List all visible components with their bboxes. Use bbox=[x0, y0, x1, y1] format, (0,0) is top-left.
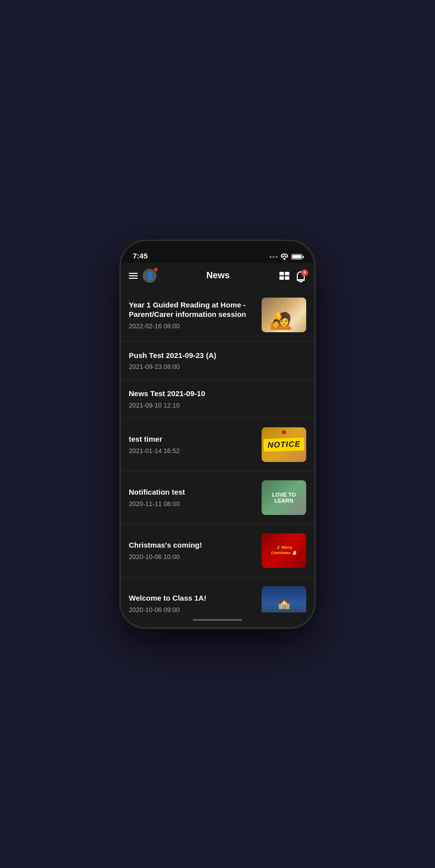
news-item-6[interactable]: Christmas's coming! 2020-10-06 10:00 🎄 M… bbox=[121, 524, 314, 577]
news-text-2: Push Test 2021-09-23 (A) 2021-09-23 08:0… bbox=[129, 351, 306, 371]
news-title-3: News Test 2021-09-10 bbox=[129, 389, 306, 399]
news-title-2: Push Test 2021-09-23 (A) bbox=[129, 351, 306, 360]
news-date-4: 2021-01-14 16:52 bbox=[129, 447, 256, 455]
news-date-1: 2022-02-16 08:00 bbox=[129, 322, 256, 330]
news-text-4: test timer 2021-01-14 16:52 bbox=[129, 434, 256, 455]
app-header: News 5 bbox=[121, 263, 314, 289]
news-item-4[interactable]: test timer 2021-01-14 16:52 NOTICE bbox=[121, 418, 314, 471]
news-text-1: Year 1 Guided Reading at Home - Parent/C… bbox=[129, 300, 256, 330]
page-title: News bbox=[206, 270, 229, 281]
grid-view-icon[interactable] bbox=[279, 272, 289, 280]
news-title-6: Christmas's coming! bbox=[129, 540, 256, 550]
battery-icon bbox=[291, 254, 302, 259]
menu-icon[interactable] bbox=[129, 273, 138, 279]
status-time: 7:45 bbox=[133, 252, 148, 260]
news-item-7[interactable]: Welcome to Class 1A! 2020-10-06 09:00 🏫 bbox=[121, 577, 314, 613]
notification-bell-icon[interactable]: 5 bbox=[295, 270, 306, 281]
signal-icon bbox=[270, 256, 277, 258]
header-right: 5 bbox=[279, 270, 306, 281]
news-item-2[interactable]: Push Test 2021-09-23 (A) 2021-09-23 08:0… bbox=[121, 342, 314, 380]
wifi-icon bbox=[280, 254, 288, 260]
news-item-5[interactable]: Notification test 2020-11-11 08:00 LOVE … bbox=[121, 471, 314, 524]
news-list[interactable]: Year 1 Guided Reading at Home - Parent/C… bbox=[121, 289, 314, 613]
news-date-2: 2021-09-23 08:00 bbox=[129, 363, 306, 370]
news-item-3[interactable]: News Test 2021-09-10 2021-09-10 12:10 bbox=[121, 380, 314, 418]
notification-badge: 5 bbox=[301, 269, 308, 276]
news-text-3: News Test 2021-09-10 2021-09-10 12:10 bbox=[129, 389, 306, 409]
header-left bbox=[129, 269, 157, 283]
news-text-7: Welcome to Class 1A! 2020-10-06 09:00 bbox=[129, 593, 256, 612]
news-text-5: Notification test 2020-11-11 08:00 bbox=[129, 487, 256, 508]
news-thumb-1: 🙋 🙋 bbox=[262, 298, 306, 332]
news-title-7: Welcome to Class 1A! bbox=[129, 593, 256, 603]
news-title-4: test timer bbox=[129, 434, 256, 444]
news-date-3: 2021-09-10 12:10 bbox=[129, 402, 306, 409]
news-date-6: 2020-10-06 10:00 bbox=[129, 553, 256, 561]
news-thumb-5: LOVE TOLEARN bbox=[262, 480, 306, 515]
phone-frame: 7:45 bbox=[121, 241, 314, 627]
home-indicator bbox=[121, 613, 314, 627]
home-bar bbox=[193, 619, 242, 621]
news-item-1[interactable]: Year 1 Guided Reading at Home - Parent/C… bbox=[121, 289, 314, 342]
news-thumb-4: NOTICE bbox=[262, 427, 306, 462]
phone-notch bbox=[183, 241, 252, 255]
news-title-5: Notification test bbox=[129, 487, 256, 497]
news-date-5: 2020-11-11 08:00 bbox=[129, 500, 256, 508]
avatar-badge bbox=[154, 267, 158, 272]
status-icons bbox=[270, 254, 302, 260]
news-thumb-7: 🏫 bbox=[262, 586, 306, 613]
news-text-6: Christmas's coming! 2020-10-06 10:00 bbox=[129, 540, 256, 561]
notice-label: NOTICE bbox=[263, 437, 304, 452]
avatar-icon[interactable] bbox=[143, 269, 157, 283]
news-date-7: 2020-10-06 09:00 bbox=[129, 606, 256, 613]
news-title-1: Year 1 Guided Reading at Home - Parent/C… bbox=[129, 300, 256, 319]
news-thumb-6: 🎄 MerryChristmas 🎅 bbox=[262, 533, 306, 568]
notice-pin bbox=[282, 430, 286, 434]
